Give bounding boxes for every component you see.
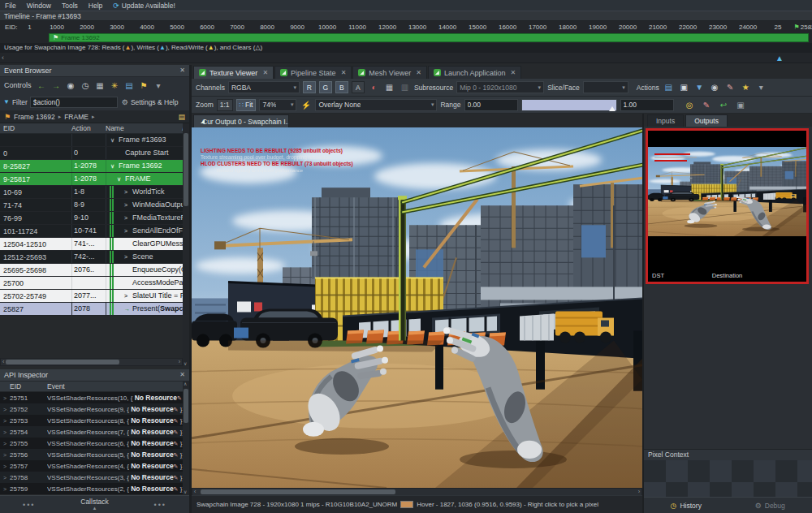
api-call-row[interactable]: > 25754 VSSetShaderResources(7, { No Res…: [0, 426, 189, 438]
range-marker[interactable]: [609, 106, 615, 111]
channels-dropdown[interactable]: RGBA▾: [228, 81, 300, 93]
event-row[interactable]: ∨Frame #13693: [0, 134, 189, 147]
callstack-bar[interactable]: ••• Callstack▲ •••: [0, 495, 189, 513]
api-call-row[interactable]: > 25752 VSSetShaderResources(9, { No Res…: [0, 403, 189, 415]
api-call-row[interactable]: > 25758 VSSetShaderResources(3, { No Res…: [0, 472, 189, 483]
range-tool-icon[interactable]: ▣: [735, 101, 747, 110]
event-row[interactable]: 10-69 1-8 >WorldTick: [0, 186, 189, 199]
range-min-input[interactable]: [464, 99, 518, 111]
window-tab[interactable]: Texture Viewer ✕: [193, 66, 274, 79]
api-call-row[interactable]: > 25755 VSSetShaderResources(6, { No Res…: [0, 438, 189, 449]
window-tab[interactable]: Mesh Viewer ✕: [352, 66, 427, 79]
event-row[interactable]: 12512-25693 742-... >Scene: [0, 251, 189, 264]
api-vertical-scrollbar[interactable]: ∧ ∨: [183, 381, 189, 494]
event-row[interactable]: 101-11724 10-741 >SendAllEndOfFrameUpdat…: [0, 225, 189, 238]
range-tool-icon[interactable]: ◎: [684, 101, 696, 110]
slice-dropdown[interactable]: ▾: [583, 81, 628, 93]
event-row[interactable]: 25700 AccessModePass[Graphics] (Textures…: [0, 277, 189, 290]
current-output-tab[interactable]: Cur Output 0 - Swapchain I...: [193, 114, 289, 127]
frame-range-bar[interactable]: ⚑Frame 13692: [49, 33, 809, 42]
zoom-fit-button[interactable]: ∷Fit: [236, 99, 257, 111]
control-icon[interactable]: ⚑: [139, 81, 149, 90]
api-call-row[interactable]: > 25759 VSSetShaderResources(2, { No Res…: [0, 483, 189, 494]
close-icon[interactable]: ✕: [262, 69, 268, 76]
action-icon[interactable]: ★: [740, 83, 752, 92]
breadcrumb-frame[interactable]: Frame 13692: [14, 113, 55, 121]
event-horizontal-scrollbar[interactable]: ‹ ›: [0, 358, 183, 366]
event-row[interactable]: 25702-25749 2077... >SlateUI Title = Fed…: [0, 290, 189, 303]
io-tab[interactable]: Outputs: [685, 114, 728, 127]
update-available[interactable]: ⟳ Update Available!: [113, 2, 175, 10]
texture-viewport[interactable]: LIGHTING NEEDS TO BE REBUILT (9285 unbui…: [192, 127, 642, 488]
event-row[interactable]: 71-74 8-9 >WinMediaOutputConvertTexture: [0, 199, 189, 212]
collapse-arrow-icon[interactable]: ‹: [2, 54, 4, 62]
usage-marker-icon[interactable]: ▲: [775, 54, 784, 63]
flip-y-icon[interactable]: ▥: [399, 83, 411, 92]
control-icon[interactable]: ▦: [95, 81, 106, 90]
window-tab[interactable]: Pipeline State ✕: [274, 66, 352, 79]
control-icon[interactable]: ←: [37, 81, 47, 90]
control-icon[interactable]: →: [51, 81, 62, 90]
dock-handle[interactable]: •••: [23, 501, 35, 509]
event-row[interactable]: 8-25827 1-2078 ∨Frame 13692: [0, 160, 189, 173]
window-tab[interactable]: Launch Application ✕: [428, 66, 521, 79]
zoom-1to1-button[interactable]: 1:1: [217, 99, 233, 111]
dock-handle[interactable]: •••: [154, 501, 166, 509]
range-tool-icon[interactable]: ✎: [701, 101, 713, 110]
action-icon[interactable]: ▼: [693, 83, 706, 92]
menu-item[interactable]: Help: [89, 2, 102, 10]
channel-blue-button[interactable]: B: [335, 81, 348, 93]
flash-icon[interactable]: ⚡: [300, 101, 312, 110]
bookmark-icon[interactable]: ⚑: [4, 113, 11, 121]
event-row[interactable]: 76-99 9-10 >FMediaTextureResource_Conver…: [0, 212, 189, 225]
history-button[interactable]: ◷ History: [644, 498, 728, 513]
event-row[interactable]: 9-25817 1-2078 ∨FRAME: [0, 173, 189, 186]
color-wheel-icon[interactable]: ◐: [368, 83, 380, 92]
zoom-value-dropdown[interactable]: 74%▾: [259, 99, 296, 111]
close-icon[interactable]: ✕: [510, 69, 516, 76]
mip-dropdown[interactable]: Mip 0 - 1920x1080▾: [456, 81, 544, 93]
action-icon[interactable]: ▣: [678, 83, 690, 92]
channel-red-button[interactable]: R: [303, 81, 316, 93]
menu-item[interactable]: Tools: [62, 2, 78, 10]
export-doc-icon[interactable]: ▤: [178, 113, 185, 121]
close-icon[interactable]: ✕: [341, 69, 347, 76]
output-thumbnail[interactable]: DST Destination: [646, 128, 809, 284]
filter-input[interactable]: [30, 97, 118, 108]
range-tool-icon[interactable]: ↩: [718, 101, 730, 110]
api-call-row[interactable]: > 25751 VSSetShaderResources(10, { No Re…: [0, 392, 189, 403]
event-browser-header[interactable]: Event Browser ✕: [0, 65, 189, 77]
menu-item[interactable]: Window: [27, 2, 51, 10]
usage-marker-row[interactable]: ▲ ‹: [0, 53, 812, 63]
event-row[interactable]: 25827 2078 →Present(Swapchain Image 728 …: [0, 303, 189, 316]
overlay-dropdown[interactable]: Overlay None▾: [315, 99, 437, 111]
control-icon[interactable]: ◷: [80, 81, 91, 90]
close-icon[interactable]: ✕: [179, 65, 185, 76]
control-icon[interactable]: ▤: [124, 81, 135, 90]
api-call-row[interactable]: > 25757 VSSetShaderResources(4, { No Res…: [0, 460, 189, 472]
timeline-ruler[interactable]: EID: 11000200030004000500060007000800090…: [0, 21, 812, 33]
swapchain-image[interactable]: [192, 127, 642, 488]
close-icon[interactable]: ✕: [179, 369, 185, 381]
range-max-input[interactable]: [620, 99, 674, 111]
channel-alpha-button[interactable]: A: [352, 81, 365, 93]
control-icon[interactable]: ◉: [66, 81, 76, 90]
action-icon[interactable]: ▤: [663, 83, 675, 92]
action-icon[interactable]: ◉: [709, 83, 721, 92]
gamma-icon[interactable]: ▦: [383, 83, 395, 92]
api-inspector-header[interactable]: API Inspector ✕: [0, 369, 189, 382]
api-call-row[interactable]: > 25753 VSSetShaderResources(8, { No Res…: [0, 415, 189, 426]
action-icon[interactable]: ✎: [724, 83, 736, 92]
event-row[interactable]: 25695-25698 2076.. EnqueueCopy(GPUMessag…: [0, 264, 189, 277]
menu-item[interactable]: File: [5, 2, 16, 10]
close-icon[interactable]: ✕: [416, 69, 421, 76]
io-tab[interactable]: Inputs: [647, 114, 684, 127]
channel-green-button[interactable]: G: [319, 81, 332, 93]
control-icon[interactable]: ▾: [153, 81, 164, 90]
event-row[interactable]: 12504-12510 741-... ClearGPUMessageBuffe…: [0, 238, 189, 251]
settings-help-link[interactable]: Settings & Help: [131, 98, 179, 106]
control-icon[interactable]: ✳: [110, 81, 120, 90]
pixel-context-title[interactable]: Pixel Context: [644, 449, 812, 460]
api-call-row[interactable]: > 25756 VSSetShaderResources(5, { No Res…: [0, 449, 189, 460]
event-row[interactable]: 0 0 Capture Start: [0, 147, 189, 160]
